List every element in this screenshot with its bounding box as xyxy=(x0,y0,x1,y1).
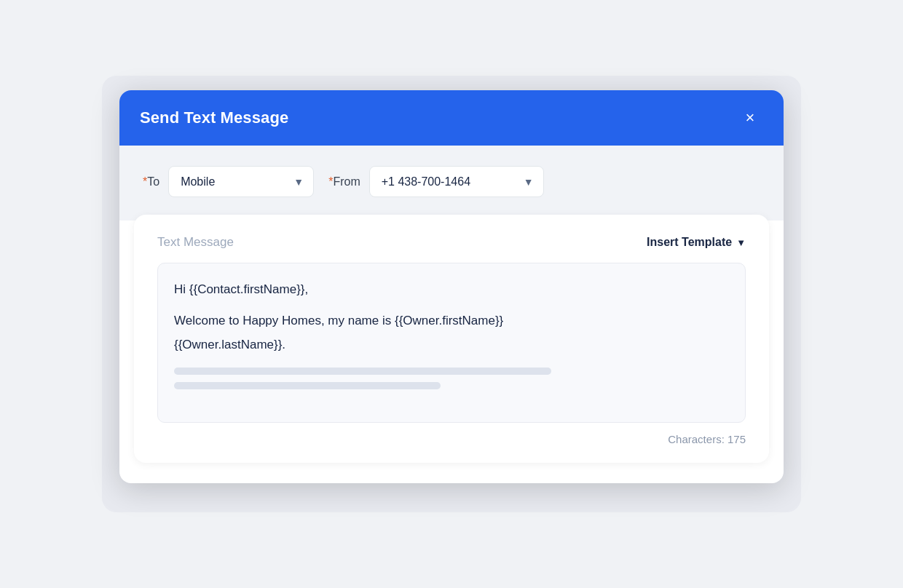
from-field-group: *From +1 438-700-1464 ▼ xyxy=(328,166,544,197)
message-content: Hi {{Contact.firstName}}, Welcome to Hap… xyxy=(174,279,729,356)
insert-template-button[interactable]: Insert Template ▼ xyxy=(647,236,746,249)
modal-fields: *To Mobile Home Work ▼ *From xyxy=(119,146,784,220)
insert-template-label: Insert Template xyxy=(647,236,732,249)
modal-dialog: Send Text Message × *To Mobile Home Work xyxy=(119,90,784,483)
char-count: Characters: 175 xyxy=(157,433,746,445)
message-section: Text Message Insert Template ▼ Hi {{Cont… xyxy=(134,215,769,463)
message-header: Text Message Insert Template ▼ xyxy=(157,235,746,250)
from-label-text: From xyxy=(333,175,360,188)
from-label: *From xyxy=(328,175,360,188)
message-text-area[interactable]: Hi {{Contact.firstName}}, Welcome to Hap… xyxy=(157,263,746,423)
skeleton-line-short xyxy=(174,382,441,389)
message-line-1: Hi {{Contact.firstName}}, xyxy=(174,279,729,301)
insert-template-arrow-icon: ▼ xyxy=(736,237,746,248)
modal-header: Send Text Message × xyxy=(119,90,784,146)
skeleton-line-long xyxy=(174,368,551,375)
to-field-group: *To Mobile Home Work ▼ xyxy=(143,166,314,197)
to-select[interactable]: Mobile Home Work xyxy=(168,166,314,197)
modal-title: Send Text Message xyxy=(140,108,288,127)
close-button[interactable]: × xyxy=(737,105,763,131)
to-select-wrapper: Mobile Home Work ▼ xyxy=(168,166,314,197)
from-select[interactable]: +1 438-700-1464 xyxy=(369,166,544,197)
from-select-wrapper: +1 438-700-1464 ▼ xyxy=(369,166,544,197)
modal-wrapper: Send Text Message × *To Mobile Home Work xyxy=(102,76,801,512)
to-label: *To xyxy=(143,175,159,188)
message-line-2: Welcome to Happy Homes, my name is {{Own… xyxy=(174,311,729,332)
to-label-text: To xyxy=(147,175,159,188)
message-line-3: {{Owner.lastName}}. xyxy=(174,335,729,356)
message-label: Text Message xyxy=(157,235,234,250)
close-icon: × xyxy=(746,108,755,127)
modal-background-card: Send Text Message × *To Mobile Home Work xyxy=(102,76,801,512)
